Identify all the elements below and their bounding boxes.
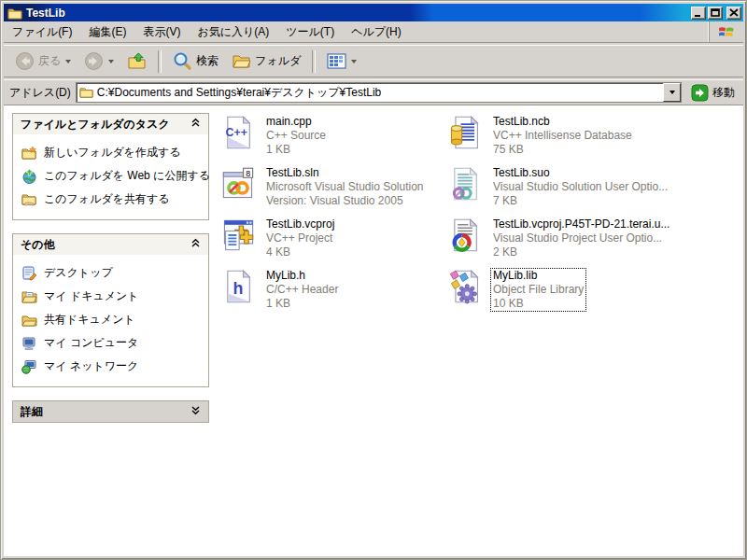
publish-web-icon (21, 169, 37, 184)
file-mylib-lib[interactable]: MyLib.lib Object File Library 10 KB (448, 269, 736, 320)
close-button[interactable] (726, 7, 741, 20)
menu-help[interactable]: ヘルプ(H) (343, 21, 410, 43)
folders-button[interactable]: フォルダ (226, 48, 306, 75)
cpp-file-icon: C++ (221, 115, 255, 150)
maximize-button[interactable] (708, 7, 723, 20)
address-folder-icon (79, 86, 93, 99)
place-my-computer[interactable]: マイ コンピュータ (21, 331, 203, 355)
panel-details-header[interactable]: 詳細 (13, 401, 208, 422)
close-icon (729, 8, 739, 17)
panel-title: 詳細 (21, 404, 43, 420)
place-label: マイ ドキュメント (44, 288, 139, 304)
maximize-icon (711, 8, 720, 17)
share-folder-icon (21, 192, 37, 207)
menu-file[interactable]: ファイル(F) (4, 21, 80, 43)
search-label: 検索 (196, 53, 218, 69)
place-label: マイ ネットワーク (44, 358, 138, 374)
file-main-cpp[interactable]: C++ main.cpp C++ Source 1 KB (221, 115, 448, 166)
views-icon (327, 51, 346, 71)
file-testlib-ncb[interactable]: TestLib.ncb VC++ Intellisense Database 7… (448, 115, 736, 166)
place-label: デスクトップ (44, 265, 113, 281)
file-label: TestLib.ncb VC++ Intellisense Database 7… (491, 115, 634, 157)
my-network-icon (21, 359, 37, 374)
menubar: ファイル(F) 編集(E) 表示(V) お気に入り(A) ツール(T) ヘルプ(… (4, 21, 743, 42)
my-documents-icon (21, 289, 37, 304)
addressbar: アドレス(D) C:¥Documents and Settings¥terai¥… (4, 80, 743, 105)
minimize-button[interactable] (691, 7, 706, 20)
task-label: 新しいフォルダを作成する (44, 145, 181, 161)
back-button[interactable]: 戻る (9, 48, 77, 75)
panel-file-folder-tasks-header[interactable]: ファイルとフォルダのタスク (13, 114, 208, 134)
svg-text:C++: C++ (226, 126, 247, 139)
forward-button[interactable] (78, 48, 120, 75)
vcproj-user-file-icon (448, 217, 482, 253)
file-list-area: ファイルとフォルダのタスク 新しいフォルダを作成する (4, 105, 743, 556)
panel-other-places-header[interactable]: その他 (13, 234, 208, 255)
task-publish-web[interactable]: このフォルダを Web に公開する (21, 164, 203, 188)
task-share-folder[interactable]: このフォルダを共有する (21, 188, 203, 211)
place-label: 共有ドキュメント (44, 312, 135, 328)
file-mylib-h[interactable]: h MyLib.h C/C++ Header 1 KB (221, 269, 448, 320)
panel-title: ファイルとフォルダのタスク (21, 117, 170, 133)
vs-solution-icon: 8 (221, 166, 255, 202)
back-icon (15, 51, 35, 71)
explorer-window: TestLib ファイル(F) 編集(E) 表示(V) お気に入り(A) ツール… (0, 0, 747, 560)
panel-details: 詳細 (12, 400, 209, 423)
place-my-network[interactable]: マイ ネットワーク (21, 355, 203, 378)
file-label-selected: MyLib.lib Object File Library 10 KB (491, 269, 585, 311)
standard-toolbar: 戻る 検索 フォルダ (4, 46, 743, 77)
up-folder-icon (127, 51, 147, 71)
address-value: C:¥Documents and Settings¥terai¥デスクトップ¥T… (97, 85, 663, 101)
go-button[interactable]: 移動 (686, 82, 740, 104)
chevron-up-icon[interactable] (190, 118, 201, 131)
new-folder-icon (21, 146, 37, 161)
address-dropdown-button[interactable] (663, 83, 681, 102)
header-file-icon: h (221, 269, 255, 304)
place-desktop[interactable]: デスクトップ (21, 261, 203, 285)
place-shared-documents[interactable]: 共有ドキュメント (21, 308, 203, 331)
file-grid: C++ main.cpp C++ Source 1 KB (221, 115, 736, 320)
place-label: マイ コンピュータ (44, 335, 138, 351)
panel-title: その他 (21, 237, 55, 253)
views-button[interactable] (321, 48, 362, 75)
titlebar[interactable]: TestLib (4, 4, 743, 21)
place-my-documents[interactable]: マイ ドキュメント (21, 285, 203, 308)
task-new-folder[interactable]: 新しいフォルダを作成する (21, 141, 203, 164)
chevron-down-icon[interactable] (190, 405, 201, 418)
chevron-up-icon[interactable] (190, 238, 201, 251)
menu-favorites[interactable]: お気に入り(A) (189, 21, 277, 43)
desktop-icon (21, 266, 37, 281)
tasks-sidebar: ファイルとフォルダのタスク 新しいフォルダを作成する (12, 113, 209, 436)
file-testlib-vcproj[interactable]: TestLib.vcproj VC++ Project 4 KB (221, 217, 448, 269)
views-dropdown-icon[interactable] (351, 60, 357, 63)
forward-icon (84, 51, 104, 71)
my-computer-icon (21, 336, 37, 351)
file-label: TestLib.vcproj.P45T-PD-21.terai.u... Vis… (491, 217, 671, 259)
up-button[interactable] (121, 48, 152, 75)
search-button[interactable]: 検索 (167, 48, 224, 75)
panel-file-folder-tasks: ファイルとフォルダのタスク 新しいフォルダを作成する (12, 113, 209, 220)
window-title: TestLib (26, 7, 691, 20)
back-dropdown-icon[interactable] (65, 60, 71, 63)
forward-dropdown-icon[interactable] (108, 60, 114, 63)
file-testlib-sln[interactable]: 8 TestLib.sln Microsoft Visual Studio So… (221, 166, 448, 217)
folders-label: フォルダ (255, 53, 301, 69)
menu-view[interactable]: 表示(V) (134, 21, 189, 43)
address-label: アドレス(D) (9, 85, 71, 101)
file-testlib-vcproj-user[interactable]: TestLib.vcproj.P45T-PD-21.terai.u... Vis… (448, 217, 736, 269)
address-input[interactable]: C:¥Documents and Settings¥terai¥デスクトップ¥T… (76, 82, 682, 103)
shared-documents-icon (21, 313, 37, 328)
menu-edit[interactable]: 編集(E) (80, 21, 134, 43)
svg-text:8: 8 (246, 169, 250, 178)
folders-icon (232, 51, 251, 71)
file-label: TestLib.vcproj VC++ Project 4 KB (264, 217, 336, 259)
go-icon (691, 84, 709, 102)
file-label: TestLib.sln Microsoft Visual Studio Solu… (264, 166, 426, 208)
minimize-icon (694, 8, 703, 17)
file-testlib-suo[interactable]: TestLib.suo Visual Studio Solution User … (448, 166, 736, 217)
file-label: MyLib.h C/C++ Header 1 KB (264, 269, 340, 311)
lib-file-icon (448, 269, 482, 304)
panel-other-places: その他 デスクトップ (12, 233, 209, 387)
task-label: このフォルダを共有する (44, 191, 170, 207)
menu-tools[interactable]: ツール(T) (277, 21, 343, 43)
